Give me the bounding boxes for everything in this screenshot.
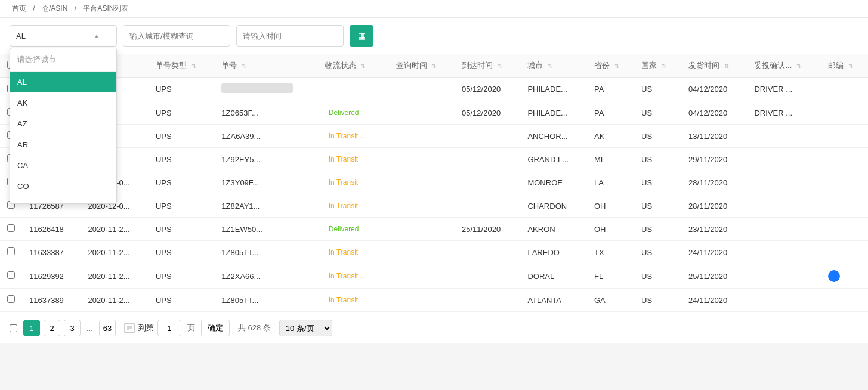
dropdown-item-al[interactable]: AL	[10, 72, 116, 92]
cell-city: PHILADE...	[520, 78, 587, 101]
dropdown-placeholder[interactable]: 请选择城市	[10, 48, 116, 72]
status-badge: In Transit ...	[325, 131, 370, 141]
cell-order-no: 1Z805TT...	[214, 289, 317, 312]
table-row: 12-0...UPS05/12/2020PHILADE...PAUS04/12/…	[0, 78, 868, 101]
dropdown-item-ar[interactable]: AR	[10, 134, 116, 155]
table-row: 116333872020-11-2...UPS1Z805TT...In Tran…	[0, 241, 868, 264]
cell-country: US	[634, 78, 681, 101]
cell-query-time	[389, 171, 455, 194]
cell-arrival-time	[455, 171, 520, 194]
status-badge: In Transit ...	[325, 271, 370, 281]
goto-page-input[interactable]	[157, 320, 181, 336]
cell-confirm	[747, 289, 820, 312]
cell-zip	[821, 101, 868, 125]
cell-status: Delivered	[318, 218, 389, 241]
cell-status: In Transit	[318, 148, 389, 171]
cell-country: US	[634, 218, 681, 241]
breadcrumb-home[interactable]: 首页	[12, 4, 26, 13]
state-select-wrapper: AL ▲ 请选择城市 AL AK AZ AR CA CO CT	[10, 25, 117, 47]
cell-order-id: 11629392	[22, 264, 81, 289]
per-page-select[interactable]: 10 条/页 20 条/页 50 条/页 100 条/页	[279, 320, 332, 336]
cell-order-id: 11637389	[22, 289, 81, 312]
header-status[interactable]: 物流状态 ⇅	[318, 54, 389, 78]
cell-confirm	[747, 241, 820, 264]
table-row: 12-0...UPS1Z92EY5...In TransitGRAND L...…	[0, 148, 868, 171]
cell-ship-time: 25/11/2020	[681, 264, 747, 289]
header-ship-time[interactable]: 发货时间 ⇅	[681, 54, 747, 78]
goto-confirm-button[interactable]: 确定	[201, 320, 230, 336]
header-city[interactable]: 城市 ⇅	[520, 54, 587, 78]
dropdown-scroll[interactable]: 请选择城市 AL AK AZ AR CA CO CT	[10, 48, 116, 203]
city-input[interactable]	[123, 25, 230, 47]
header-zip[interactable]: 邮编 ⇅	[821, 54, 868, 78]
page-label: 页	[187, 323, 195, 333]
ellipsis: ...	[87, 324, 93, 333]
header-province[interactable]: 省份 ⇅	[587, 54, 634, 78]
row-checkbox[interactable]	[7, 224, 15, 232]
sort-icon: ⇅	[662, 63, 666, 69]
cell-arrival-time	[455, 264, 520, 289]
cell-arrival-time	[455, 194, 520, 218]
cell-order-id: 11626418	[22, 218, 81, 241]
search-button[interactable]: ▦	[350, 25, 373, 47]
page-btn-1[interactable]: 1	[23, 320, 40, 336]
cell-order-no	[214, 78, 317, 101]
cell-order-no: 1ZA6A39...	[214, 125, 317, 148]
cell-status: Delivered	[318, 101, 389, 125]
cell-status: In Transit	[318, 194, 389, 218]
table-row: 116264182020-11-2...UPS1Z1EW50...Deliver…	[0, 218, 868, 241]
cell-zip	[821, 78, 868, 101]
pagination-checkbox[interactable]	[10, 324, 17, 332]
state-select[interactable]: AL ▲	[10, 25, 117, 47]
row-checkbox-cell	[0, 289, 22, 312]
page-btn-63[interactable]: 63	[99, 320, 116, 336]
header-order-type[interactable]: 单号类型 ⇅	[149, 54, 214, 78]
row-checkbox[interactable]	[7, 247, 15, 255]
status-badge: In Transit	[325, 154, 362, 165]
cell-arrival-time	[455, 289, 520, 312]
header-confirm[interactable]: 妥投确认... ⇅	[747, 54, 820, 78]
page-btn-3[interactable]: 3	[64, 320, 81, 336]
cell-query-time	[389, 218, 455, 241]
header-order-no[interactable]: 单号 ⇅	[214, 54, 317, 78]
cell-province: TX	[587, 241, 634, 264]
status-badge: Delivered	[325, 224, 363, 234]
cell-province: PA	[587, 101, 634, 125]
cell-order-no: 1Z805TT...	[214, 241, 317, 264]
cell-zip	[821, 148, 868, 171]
row-checkbox[interactable]	[7, 295, 15, 303]
cell-query-time	[389, 289, 455, 312]
status-badge: In Transit	[325, 295, 362, 305]
cell-province: FL	[587, 264, 634, 289]
header-query-time[interactable]: 查询时间 ⇅	[389, 54, 455, 78]
cell-query-time	[389, 148, 455, 171]
table-row: 116293922020-11-2...UPS1Z2XA66...In Tran…	[0, 264, 868, 289]
dropdown-item-ak[interactable]: AK	[10, 92, 116, 113]
page-btn-2[interactable]: 2	[44, 320, 60, 336]
cell-country: US	[634, 194, 681, 218]
header-country[interactable]: 国家 ⇅	[634, 54, 681, 78]
dropdown-item-co[interactable]: CO	[10, 176, 116, 197]
cell-order-type: UPS	[149, 125, 214, 148]
time-input[interactable]	[236, 25, 344, 47]
cell-order-no: 1Z1EW50...	[214, 218, 317, 241]
cell-ship-time: 28/11/2020	[681, 171, 747, 194]
cell-time: 2020-11-2...	[81, 289, 149, 312]
dropdown-item-az[interactable]: AZ	[10, 113, 116, 134]
cell-country: US	[634, 101, 681, 125]
sort-icon: ⇅	[242, 63, 246, 69]
cell-status: In Transit ...	[318, 264, 389, 289]
row-checkbox[interactable]	[7, 271, 15, 279]
cell-city: PHILADE...	[520, 101, 587, 125]
cell-order-type: UPS	[149, 264, 214, 289]
breadcrumb-asin[interactable]: 仓/ASIN	[42, 4, 67, 13]
cell-city: ATLANTA	[520, 289, 587, 312]
header-arrival-time[interactable]: 到达时间 ⇅	[455, 54, 520, 78]
cell-country: US	[634, 264, 681, 289]
cell-arrival-time: 25/11/2020	[455, 218, 520, 241]
cell-order-type: UPS	[149, 148, 214, 171]
dropdown-item-ct[interactable]: CT	[10, 197, 116, 203]
table-row: 116373892020-11-2...UPS1Z805TT...In Tran…	[0, 289, 868, 312]
sort-icon: ⇅	[431, 63, 436, 69]
dropdown-item-ca[interactable]: CA	[10, 155, 116, 176]
